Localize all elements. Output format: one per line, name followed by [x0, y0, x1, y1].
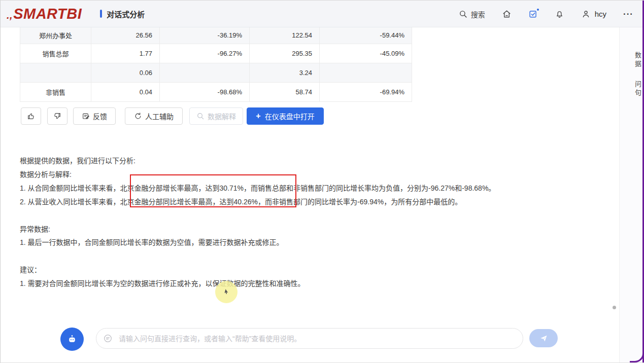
analysis-points: 1. 从合同金额同比增长率来看，北京金融分部增长率最高，达到30.71%，而销售… [20, 181, 616, 209]
logo-mark: ., [7, 10, 13, 21]
assistant-icon [66, 333, 78, 345]
header-actions: 搜索 hcy ··· [459, 1, 633, 27]
thumbs-up-button[interactable] [21, 107, 41, 125]
anomaly-point: 1. 最后一行数据中，合同金额同比增长率的数据为空值，需要进行数据补充或修正。 [20, 236, 616, 249]
table-row: 销售总部 1.77 -96.27% 295.35 -45.09% [20, 44, 412, 63]
cell-revenue: 122.54 [250, 27, 320, 44]
cell-dept [20, 63, 91, 82]
answer-toolbar: 反馈 人工辅助 数据解释 + 在仪表盘中打开 [21, 107, 324, 125]
data-explain-button: 数据解释 [189, 107, 243, 125]
send-button[interactable] [529, 329, 558, 347]
smartbi-logo[interactable]: ., SMARTBI [7, 6, 82, 22]
task-notification-dot [537, 9, 539, 11]
click-highlight-marker [215, 281, 238, 303]
thumbs-down-icon [53, 112, 61, 120]
cell-dept: 非销售 [20, 82, 91, 101]
cell-revenue-yoy: -69.94% [320, 82, 412, 101]
analysis-point-1: 1. 从合同金额同比增长率来看，北京金融分部增长率最高，达到30.71%，而销售… [20, 181, 616, 195]
title-accent-bar [100, 10, 102, 18]
feedback-button[interactable]: 反馈 [73, 107, 116, 125]
cell-contract-yoy: -36.19% [160, 27, 250, 44]
query-input-wrap [96, 328, 523, 349]
page-title: 对话式分析 [107, 9, 145, 19]
cell-dept: 郑州办事处 [20, 27, 91, 44]
analysis-intro: 根据提供的数据，我们进行以下分析: 数据分析与解释: [20, 154, 616, 181]
anomaly-section: 异常数据: 1. 最后一行数据中，合同金额同比增长率的数据为空值，需要进行数据补… [20, 223, 616, 249]
cell-contract: 26.56 [91, 27, 160, 44]
scrollbar-dot[interactable] [613, 306, 616, 309]
cell-contract-yoy: -96.27% [160, 44, 250, 63]
analysis-point-2: 2. 从营业收入同比增长率来看，北京金融分部同比增长率最高，达到40.26%，而… [20, 195, 616, 209]
table-row: 郑州办事处 26.56 -36.19% 122.54 -59.44% [20, 27, 412, 44]
header-search[interactable]: 搜索 [459, 9, 485, 19]
user-icon [581, 9, 591, 19]
cell-contract-yoy: -98.68% [160, 82, 250, 101]
cell-revenue-yoy: -59.44% [320, 27, 412, 44]
anomaly-title: 异常数据: [20, 223, 616, 236]
open-in-dashboard-button[interactable]: + 在仪表盘中打开 [247, 107, 324, 125]
right-side-panel: 数据 问句 [619, 27, 642, 362]
table-row: 非销售 0.04 -98.68% 58.74 -69.94% [20, 82, 412, 101]
plus-icon: + [256, 112, 260, 121]
suggestion-title: 建议： [20, 263, 616, 277]
table-row: 0.06 3.24 [20, 63, 412, 82]
result-table: 郑州办事处 26.56 -36.19% 122.54 -59.44% 销售总部 … [20, 27, 412, 102]
thumbs-up-icon [27, 112, 35, 120]
assistant-button[interactable] [60, 328, 84, 351]
logo-text: SMARTBI [13, 6, 82, 22]
tab-data[interactable]: 数据 [620, 52, 642, 69]
cursor-icon [222, 287, 230, 296]
search-icon [459, 10, 467, 18]
manual-assist-label: 人工辅助 [145, 111, 174, 121]
manual-assist-button[interactable]: 人工辅助 [125, 107, 183, 125]
cell-contract: 0.04 [91, 82, 160, 101]
home-icon[interactable] [502, 9, 512, 19]
cell-revenue: 3.24 [250, 63, 320, 82]
cell-revenue-yoy [320, 63, 412, 82]
username: hcy [595, 10, 606, 18]
tab-question[interactable]: 问句 [620, 81, 642, 98]
cell-revenue: 295.35 [250, 44, 320, 63]
more-menu-icon[interactable]: ··· [623, 9, 633, 19]
feedback-label: 反馈 [93, 111, 107, 121]
analysis-intro-line: 根据提供的数据，我们进行以下分析: [20, 154, 616, 168]
suggestion-section: 建议： 1. 需要对合同金额同比增长率为空的数据进行修正或补充，以保证数据的完整… [20, 263, 616, 291]
tasks-icon[interactable] [528, 9, 538, 19]
suggestion-point: 1. 需要对合同金额同比增长率为空的数据进行修正或补充，以保证数据的完整性和准确… [20, 277, 616, 291]
cell-revenue: 58.74 [250, 82, 320, 101]
send-icon [539, 334, 548, 343]
thumbs-down-button[interactable] [47, 107, 67, 125]
module-title: 对话式分析 [100, 9, 145, 19]
analysis-section-title: 数据分析与解释: [20, 168, 616, 181]
user-menu[interactable]: hcy [581, 9, 606, 19]
feedback-icon [82, 112, 90, 120]
cell-revenue-yoy: -45.09% [320, 44, 412, 63]
search-icon [196, 112, 205, 120]
data-explain-label: 数据解释 [208, 111, 236, 121]
cell-dept: 销售总部 [20, 44, 91, 63]
search-label: 搜索 [471, 9, 485, 19]
bell-icon[interactable] [555, 9, 564, 19]
cell-contract-yoy [160, 63, 250, 82]
app-window: ., SMARTBI 对话式分析 搜索 [0, 0, 644, 363]
top-bar: ., SMARTBI 对话式分析 搜索 [1, 1, 644, 27]
open-in-dashboard-label: 在仪表盘中打开 [265, 111, 315, 121]
cell-contract: 1.77 [91, 44, 160, 63]
query-input[interactable] [96, 328, 523, 349]
cell-contract: 0.06 [91, 63, 160, 82]
refresh-icon [134, 112, 142, 120]
